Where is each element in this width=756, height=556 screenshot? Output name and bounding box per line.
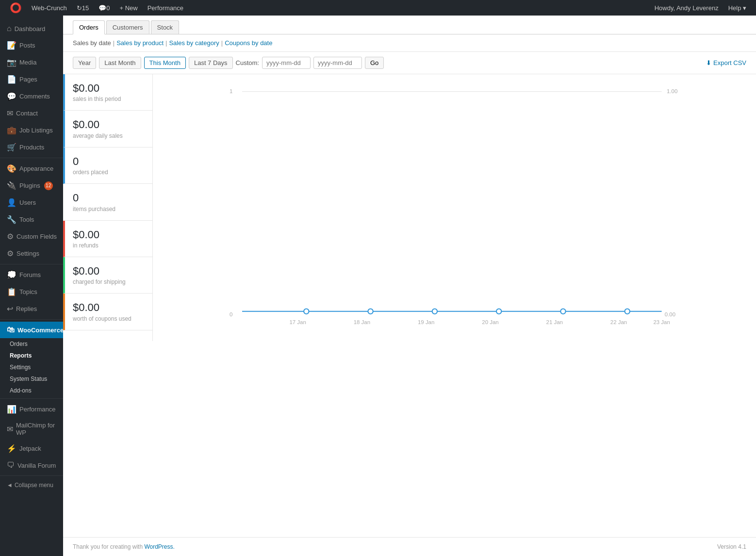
sub-nav-sales-by-product[interactable]: Sales by product [116, 39, 164, 47]
sub-nav: Sales by date | Sales by product | Sales… [63, 34, 756, 52]
sidebar-item-appearance[interactable]: 🎨 Appearance [0, 160, 63, 177]
sidebar-item-pages[interactable]: 📄 Pages [0, 71, 63, 88]
mailchimp-icon: ✉ [7, 425, 13, 434]
sub-nav-current: Sales by date [73, 39, 111, 47]
svg-text:1.00: 1.00 [667, 88, 677, 94]
custom-date-end[interactable] [313, 57, 362, 69]
posts-icon: 📝 [7, 41, 16, 50]
replies-icon: ↩ [7, 304, 13, 313]
jetpack-icon: ⚡ [7, 444, 16, 453]
sidebar-item-performance[interactable]: 📊 Performance [0, 401, 63, 418]
howdy-text[interactable]: Howdy, Andy Leverenz [650, 0, 723, 16]
pages-icon: 📄 [7, 75, 16, 84]
sidebar-item-posts[interactable]: 📝 Posts [0, 37, 63, 54]
forums-icon: 💭 [7, 270, 16, 279]
sidebar-label-posts: Posts [19, 42, 35, 49]
sub-nav-sales-by-category[interactable]: Sales by category [169, 39, 219, 47]
appearance-icon: 🎨 [7, 164, 16, 173]
svg-text:23 Jan: 23 Jan [653, 319, 670, 325]
plugins-badge: 12 [44, 181, 53, 190]
wordpress-link[interactable]: WordPress. [144, 543, 174, 550]
export-icon: ⬇ [706, 59, 711, 66]
sidebar-label-topics: Topics [19, 288, 37, 295]
svg-text:19 Jan: 19 Jan [418, 319, 434, 325]
comments-icon: 💬 [7, 92, 16, 101]
stat-sales-label: sales in this period [73, 96, 145, 102]
woo-sub-orders[interactable]: Orders [0, 338, 63, 350]
stat-items-value: 0 [73, 192, 145, 204]
woo-sub-system-status[interactable]: System Status [0, 373, 63, 385]
woocommerce-section[interactable]: 🛍 WooCommerce [0, 322, 63, 338]
go-button[interactable]: Go [365, 57, 384, 69]
sidebar-item-mailchimp[interactable]: ✉ MailChimp for WP [0, 418, 63, 440]
sidebar-item-dashboard[interactable]: ⌂ Dashboard [0, 20, 63, 37]
stat-orders: 0 orders placed [63, 147, 152, 184]
tab-orders[interactable]: Orders [73, 20, 105, 34]
export-csv-link[interactable]: ⬇ Export CSV [706, 59, 746, 66]
sidebar-label-pages: Pages [19, 76, 37, 83]
sidebar-item-forums[interactable]: 💭 Forums [0, 266, 63, 283]
woo-sub-add-ons[interactable]: Add-ons [0, 385, 63, 396]
vanilla-forum-icon: 🗨 [7, 461, 15, 470]
products-icon: 🛒 [7, 143, 16, 152]
period-last-month-button[interactable]: Last Month [99, 57, 141, 69]
site-name[interactable]: Web-Crunch [27, 0, 72, 16]
stat-refunds: $0.00 in refunds [63, 221, 152, 257]
collapse-menu-label: Collapse menu [15, 482, 53, 489]
new-button[interactable]: + New [115, 0, 142, 16]
sidebar-item-topics[interactable]: 📋 Topics [0, 283, 63, 300]
sidebar-label-media: Media [19, 59, 36, 66]
sidebar-item-replies[interactable]: ↩ Replies [0, 300, 63, 317]
sidebar-label-tools: Tools [19, 216, 34, 223]
performance-icon: 📊 [7, 405, 16, 414]
sidebar-item-contact[interactable]: ✉ Contact [0, 105, 63, 122]
wp-logo[interactable]: ⭕ [5, 0, 27, 16]
help-button[interactable]: Help ▾ [723, 0, 751, 16]
comments-count[interactable]: 💬 0 [94, 0, 115, 16]
stat-shipping: $0.00 charged for shipping [63, 257, 152, 294]
job-listings-icon: 💼 [7, 126, 16, 135]
sidebar-label-custom-fields: Custom Fields [16, 233, 57, 240]
svg-point-10 [560, 309, 565, 314]
sidebar-label-users: Users [19, 199, 36, 206]
sidebar-divider-3 [0, 319, 63, 320]
stat-avg-label: average daily sales [73, 132, 145, 139]
sidebar-item-products[interactable]: 🛒 Products [0, 139, 63, 156]
sidebar-item-comments[interactable]: 💬 Comments [0, 88, 63, 105]
svg-text:1: 1 [230, 88, 232, 94]
sidebar-item-job-listings[interactable]: 💼 Job Listings [0, 122, 63, 139]
period-this-month-button[interactable]: This Month [144, 57, 186, 69]
period-year-button[interactable]: Year [73, 57, 96, 69]
stat-sales-value: $0.00 [73, 82, 145, 95]
sidebar-item-jetpack[interactable]: ⚡ Jetpack [0, 440, 63, 457]
main-content-area: Orders Customers Stock Sales by date | S… [63, 16, 756, 556]
sidebar-item-plugins[interactable]: 🔌 Plugins 12 [0, 177, 63, 194]
sidebar-label-plugins: Plugins [19, 182, 40, 189]
woocommerce-icon: 🛍 [7, 326, 15, 334]
sidebar-item-custom-fields[interactable]: ⚙ Custom Fields [0, 228, 63, 245]
svg-text:21 Jan: 21 Jan [546, 319, 563, 325]
sidebar-item-vanilla-forum[interactable]: 🗨 Vanilla Forum [0, 457, 63, 474]
tab-customers[interactable]: Customers [106, 20, 149, 34]
svg-text:17 Jan: 17 Jan [289, 319, 306, 325]
woo-sub-reports[interactable]: Reports [0, 350, 63, 361]
svg-point-8 [432, 309, 437, 314]
period-last-7-days-button[interactable]: Last 7 Days [189, 57, 233, 69]
stat-avg-daily: $0.00 average daily sales [63, 111, 152, 147]
woo-sub-settings[interactable]: Settings [0, 361, 63, 373]
collapse-menu-button[interactable]: ◄ Collapse menu [0, 478, 63, 492]
sidebar-item-settings[interactable]: ⚙ Settings [0, 245, 63, 262]
stat-orders-label: orders placed [73, 169, 145, 176]
tab-stock[interactable]: Stock [151, 20, 180, 34]
updates-count[interactable]: ↻ 15 [72, 0, 94, 16]
woocommerce-label: WooCommerce [17, 327, 63, 334]
sidebar-item-media[interactable]: 📷 Media [0, 54, 63, 71]
sidebar-label-comments: Comments [19, 93, 50, 100]
svg-text:0.00: 0.00 [665, 311, 675, 317]
page-tabs: Orders Customers Stock [63, 16, 756, 34]
sidebar-item-users[interactable]: 👤 Users [0, 194, 63, 211]
svg-point-11 [625, 309, 630, 314]
sub-nav-coupons-by-date[interactable]: Coupons by date [225, 39, 272, 47]
sidebar-item-tools[interactable]: 🔧 Tools [0, 211, 63, 228]
custom-date-start[interactable] [262, 57, 311, 69]
